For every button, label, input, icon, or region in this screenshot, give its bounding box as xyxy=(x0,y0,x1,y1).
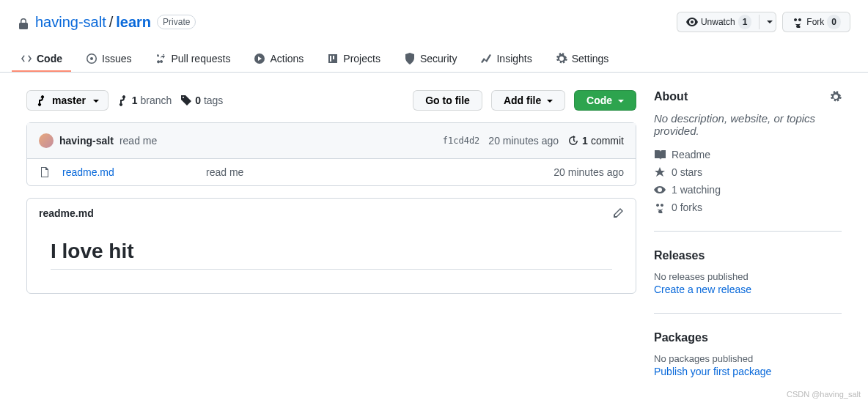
branch-icon xyxy=(36,95,48,106)
tab-pulls[interactable]: Pull requests xyxy=(146,47,239,72)
chevron-down-icon xyxy=(764,15,773,29)
about-empty: No description, website, or topics provi… xyxy=(654,112,842,137)
publish-package-link[interactable]: Publish your first package xyxy=(654,366,771,377)
releases-empty: No releases published xyxy=(654,271,842,282)
fork-count: 0 xyxy=(827,15,841,29)
tab-projects[interactable]: Projects xyxy=(318,47,389,72)
gear-icon xyxy=(830,91,842,103)
branch-select[interactable]: master xyxy=(26,90,108,111)
tab-issues[interactable]: Issues xyxy=(77,47,140,72)
path-separator: / xyxy=(109,14,114,31)
file-time: 20 minutes ago xyxy=(553,166,624,178)
tab-actions[interactable]: Actions xyxy=(245,47,312,72)
file-icon xyxy=(39,166,51,178)
commit-author[interactable]: having-salt xyxy=(59,135,114,147)
stars-link[interactable]: 0 stars xyxy=(654,166,842,178)
watching-link[interactable]: 1 watching xyxy=(654,184,842,196)
commits-link[interactable]: 1 commit xyxy=(567,135,624,147)
create-release-link[interactable]: Create a new release xyxy=(654,284,751,295)
fork-icon xyxy=(792,16,803,28)
releases-title[interactable]: Releases xyxy=(654,249,842,262)
file-commit-msg[interactable]: read me xyxy=(206,166,542,178)
tab-code[interactable]: Code xyxy=(12,47,71,72)
add-file-button[interactable]: Add file xyxy=(491,90,565,111)
lock-icon xyxy=(18,14,29,31)
packages-empty: No packages published xyxy=(654,353,842,364)
history-icon xyxy=(567,135,579,147)
go-to-file-button[interactable]: Go to file xyxy=(413,90,482,111)
readme-link[interactable]: Readme xyxy=(654,149,842,160)
forks-link[interactable]: 0 forks xyxy=(654,202,842,213)
commit-message[interactable]: read me xyxy=(119,135,157,147)
pencil-icon xyxy=(612,207,624,219)
branches-link[interactable]: 1 branch xyxy=(117,95,172,106)
about-title: About xyxy=(654,90,688,103)
tab-settings[interactable]: Settings xyxy=(547,47,618,72)
eye-icon xyxy=(686,16,698,28)
avatar[interactable] xyxy=(39,133,54,148)
code-button[interactable]: Code xyxy=(574,90,636,111)
unwatch-label: Unwatch xyxy=(701,15,735,29)
repo-link[interactable]: learn xyxy=(116,14,151,31)
packages-title[interactable]: Packages xyxy=(654,331,842,344)
fork-label: Fork xyxy=(806,15,824,29)
file-row[interactable]: readme.md read me 20 minutes ago xyxy=(27,159,636,185)
tab-security[interactable]: Security xyxy=(395,47,466,72)
commit-sha[interactable]: f1cd4d2 xyxy=(443,136,480,146)
watch-count: 1 xyxy=(738,15,752,29)
readme-filename[interactable]: readme.md xyxy=(39,207,94,219)
about-settings-button[interactable] xyxy=(830,90,842,103)
tab-insights[interactable]: Insights xyxy=(471,47,540,72)
owner-link[interactable]: having-salt xyxy=(35,14,106,31)
commit-time: 20 minutes ago xyxy=(488,135,559,147)
unwatch-button[interactable]: Unwatch 1 xyxy=(677,12,776,32)
readme-box: readme.md I love hit xyxy=(26,198,636,294)
files-box: having-salt read me f1cd4d2 20 minutes a… xyxy=(26,122,636,186)
tags-link[interactable]: 0 tags xyxy=(180,95,223,106)
file-name[interactable]: readme.md xyxy=(62,166,194,178)
readme-heading: I love hit xyxy=(51,240,612,270)
watermark: CSDN @having_salt xyxy=(787,390,861,399)
chevron-down-icon xyxy=(90,95,99,106)
visibility-badge: Private xyxy=(157,15,196,29)
repo-tabs: Code Issues Pull requests Actions Projec… xyxy=(0,47,868,73)
fork-button[interactable]: Fork 0 xyxy=(782,12,850,32)
edit-readme-button[interactable] xyxy=(612,207,624,219)
